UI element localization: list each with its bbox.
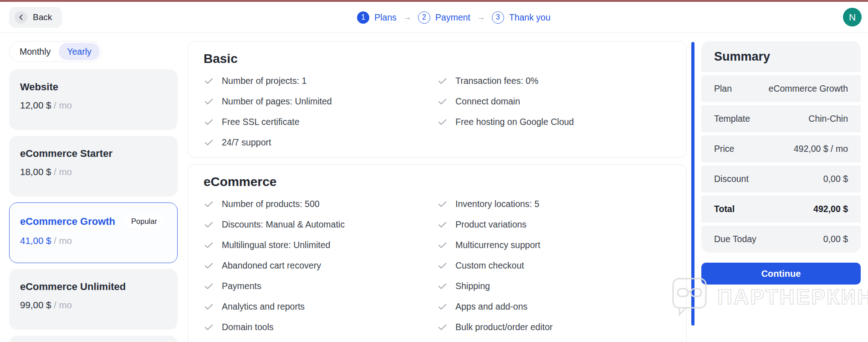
- check-icon: [204, 137, 214, 148]
- plan-price: 12,00 $ / mo: [20, 100, 167, 111]
- summary-panel: Summary Plan eCommerce Growth Template C…: [701, 41, 861, 285]
- plan-card-partial[interactable]: [9, 336, 178, 342]
- feature-text: Inventory locations: 5: [455, 199, 539, 209]
- feature-item: Bulk product/order editor: [437, 317, 671, 337]
- step-label: Plans: [374, 12, 397, 23]
- plan-price-value: 99,00 $: [20, 300, 51, 310]
- toggle-yearly[interactable]: Yearly: [59, 43, 99, 60]
- stepper-step[interactable]: 1 Plans: [357, 11, 397, 24]
- check-icon: [437, 96, 448, 107]
- check-icon: [437, 281, 448, 291]
- summary-row-value: 492,00 $: [813, 204, 848, 214]
- feature-text: Product variations: [455, 219, 526, 230]
- feature-text: Custom checkout: [455, 260, 524, 271]
- feature-item: Abandoned cart recovery: [204, 255, 437, 276]
- feature-item: Custom checkout: [437, 255, 671, 276]
- check-icon: [204, 96, 214, 107]
- check-icon: [204, 76, 214, 86]
- feature-item: Multicurrency support: [437, 235, 671, 255]
- summary-row-label: Total: [714, 204, 735, 214]
- summary-rows: Plan eCommerce Growth Template Chin-Chin…: [701, 75, 861, 253]
- billing-period-toggle: Monthly Yearly: [9, 41, 102, 62]
- summary-row: Discount 0,00 $: [701, 166, 861, 192]
- plan-price-period: / mo: [51, 100, 72, 110]
- plan-price-period: / mo: [51, 235, 72, 246]
- watermark-logo-icon: [672, 277, 707, 316]
- plan-name: eCommerce Unlimited: [20, 281, 126, 293]
- arrow-right-icon: →: [403, 12, 412, 22]
- plan-price-period: / mo: [51, 300, 72, 310]
- chevron-left-icon: [15, 11, 27, 24]
- feature-item: Number of projects: 1: [204, 71, 437, 91]
- top-bar: Back 1 Plans → 2 Payment → 3 Thank you N: [0, 2, 868, 33]
- feature-text: Number of projects: 1: [222, 76, 306, 86]
- feature-text: Payments: [222, 281, 261, 291]
- step-number: 3: [496, 13, 500, 21]
- feature-section-card: Basic Number of projects: 1 Number of pa…: [188, 41, 687, 158]
- summary-row: Plan eCommerce Growth: [701, 75, 861, 102]
- step-number-circle: 3: [492, 11, 504, 24]
- check-icon: [437, 322, 448, 332]
- check-icon: [437, 76, 448, 86]
- summary-row-value: Chin-Chin: [808, 114, 848, 124]
- feature-text: Analytics and reports: [222, 301, 305, 312]
- plan-price-value: 41,00 $: [20, 235, 51, 246]
- feature-column: Transaction fees: 0% Connect domain Free…: [437, 71, 671, 153]
- toggle-monthly[interactable]: Monthly: [11, 43, 59, 60]
- check-icon: [204, 260, 214, 271]
- arrow-right-icon: →: [477, 12, 485, 22]
- feature-section-title: Basic: [204, 52, 671, 66]
- feature-item: Product variations: [437, 214, 671, 235]
- plan-card[interactable]: eCommerce Unlimited 99,00 $ / mo: [9, 269, 178, 330]
- feature-item: Payments: [204, 276, 437, 296]
- plan-price-value: 18,00 $: [20, 166, 51, 177]
- summary-row: Template Chin-Chin: [701, 105, 861, 132]
- check-icon: [437, 240, 448, 250]
- feature-text: Number of products: 500: [222, 199, 320, 209]
- feature-item: Shipping: [437, 276, 671, 296]
- feature-column: Inventory locations: 5 Product variation…: [437, 194, 671, 337]
- step-label: Thank you: [509, 12, 551, 23]
- check-icon: [204, 117, 214, 127]
- stepper-step[interactable]: 2 Payment: [418, 11, 470, 24]
- feature-text: Domain tools: [222, 322, 274, 332]
- watermark: ПАРТНЕРКИН: [672, 277, 868, 316]
- plan-card[interactable]: eCommerce Starter 18,00 $ / mo: [9, 136, 178, 197]
- avatar[interactable]: N: [843, 8, 862, 26]
- feature-sections: Basic Number of projects: 1 Number of pa…: [188, 41, 687, 342]
- plan-card[interactable]: eCommerce Growth Popular 41,00 $ / mo: [9, 202, 178, 263]
- feature-section-title: eCommerce: [204, 175, 671, 189]
- feature-item: Domain tools: [204, 317, 437, 337]
- feature-item: Free hosting on Google Cloud: [437, 112, 671, 132]
- feature-text: Multicurrency support: [455, 240, 540, 250]
- step-number-circle: 1: [357, 11, 369, 24]
- plans-sidebar: Monthly Yearly Website 12,00 $ / mo eCom…: [9, 41, 178, 342]
- feature-text: Transaction fees: 0%: [455, 76, 538, 86]
- feature-text: Multilingual store: Unlimited: [222, 240, 330, 250]
- feature-item: Number of pages: Unlimited: [204, 91, 437, 112]
- plan-card[interactable]: Website 12,00 $ / mo: [9, 69, 178, 130]
- check-icon: [204, 219, 214, 230]
- feature-item: Connect domain: [437, 91, 671, 112]
- feature-text: Free SSL certificate: [222, 117, 300, 127]
- summary-row-value: 0,00 $: [823, 174, 848, 184]
- check-icon: [437, 301, 448, 312]
- plan-name: eCommerce Growth: [20, 216, 115, 228]
- check-icon: [204, 281, 214, 291]
- summary-row-label: Template: [714, 114, 750, 124]
- plan-price: 18,00 $ / mo: [20, 166, 167, 177]
- plan-price-value: 12,00 $: [20, 100, 51, 110]
- feature-text: Apps and add-ons: [455, 301, 527, 312]
- feature-item: Free SSL certificate: [204, 112, 437, 132]
- checkout-page: Back 1 Plans → 2 Payment → 3 Thank you N…: [0, 0, 868, 342]
- feature-item: 24/7 support: [204, 132, 437, 153]
- check-icon: [204, 301, 214, 312]
- summary-row-label: Due Today: [714, 234, 756, 244]
- summary-row: Due Today 0,00 $: [701, 226, 861, 253]
- stepper-step[interactable]: 3 Thank you: [492, 11, 551, 24]
- step-number-circle: 2: [418, 11, 430, 24]
- check-icon: [437, 199, 448, 209]
- summary-row: Price 492,00 $ / mo: [701, 135, 861, 162]
- back-button[interactable]: Back: [9, 7, 62, 28]
- feature-item: Number of products: 500: [204, 194, 437, 214]
